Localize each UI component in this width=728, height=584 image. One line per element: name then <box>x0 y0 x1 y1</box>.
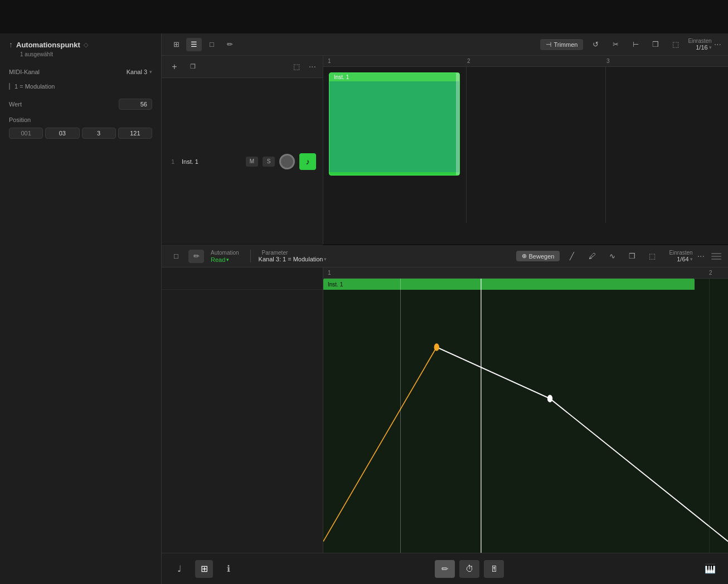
midi-channel-value[interactable]: Kanal 3 ▾ <box>127 69 152 75</box>
auto-ruler: 1 2 <box>323 267 728 279</box>
auto-curve-btn[interactable]: ∿ <box>604 250 620 263</box>
auto-copy-btn[interactable]: ⬚ <box>644 250 660 263</box>
toolbar-top: ⊞ ☰ □ ✏ ⊣ Trimmen ↺ ✂ ⊢ ❒ ⬚ Einrasten <box>162 33 728 56</box>
wert-field[interactable]: 56 <box>119 99 152 110</box>
cut-btn[interactable]: ✂ <box>608 38 623 51</box>
loop-btn[interactable]: ↺ <box>588 38 603 51</box>
track-volume-knob-1[interactable] <box>279 154 295 169</box>
einrasten-chevron: ▾ <box>709 45 712 50</box>
position-field-4[interactable]: 121 <box>118 128 152 139</box>
duplicate-btn[interactable]: ❒ <box>648 38 663 51</box>
position-field-3[interactable]: 3 <box>82 128 116 139</box>
pen-view-btn[interactable]: ✏ <box>222 38 237 51</box>
einrasten-label: Einrasten <box>688 38 711 44</box>
ruler-mark-2: 2 <box>467 56 470 64</box>
auto-mode-value[interactable]: Read ▾ <box>211 256 239 263</box>
automation-timeline: 1 2 Inst. 1 <box>323 267 728 553</box>
track-list: + ❒ ⬚ ··· 1 Inst. 1 M S ♪ <box>162 56 323 244</box>
automation-area: □ ✏ Automation Read ▾ Parameter Kanal 3:… <box>162 245 728 553</box>
copy-btn[interactable]: ⬚ <box>668 38 683 51</box>
list-view-btn[interactable]: ☰ <box>186 38 202 51</box>
svg-point-5 <box>547 395 552 402</box>
instrument-btn-1[interactable]: ♪ <box>299 153 316 170</box>
einrasten-section: Einrasten 1/16 ▾ ··· <box>688 38 721 51</box>
auto-pen-btn[interactable]: ✏ <box>188 250 204 263</box>
track-item-1: 1 Inst. 1 M S ♪ <box>162 78 323 245</box>
auto-param-section: Parameter Kanal 3: 1 = Modulation ▾ <box>250 250 327 262</box>
clip-resize-handle[interactable] <box>456 73 459 175</box>
timeline-content: Inst. 1 <box>323 67 728 223</box>
duplicate-track-btn[interactable]: ❒ <box>185 60 201 74</box>
auto-einrasten-label: Einrasten <box>669 250 692 256</box>
auto-more-btn[interactable]: ··· <box>697 251 705 261</box>
toolbar-center: ⊣ Trimmen ↺ ✂ ⊢ ❒ ⬚ <box>540 38 683 51</box>
ruler-mark-3: 3 <box>606 56 610 64</box>
piano-btn[interactable]: 🎹 <box>701 560 719 578</box>
trim2-btn[interactable]: ⊢ <box>628 38 643 51</box>
mute-btn-1[interactable]: M <box>246 157 258 167</box>
position-label: Position <box>9 116 152 123</box>
handle-icon <box>711 253 721 260</box>
einrasten-value[interactable]: 1/16 ▾ <box>696 44 711 51</box>
clip-body <box>329 81 459 172</box>
clip-label: Inst. 1 <box>329 73 459 81</box>
auto-mode-label: Automation <box>211 250 239 256</box>
position-section: Position 001 03 3 121 <box>9 116 152 139</box>
auto-einrasten-chevron: ▾ <box>690 256 693 262</box>
auto-box-btn[interactable]: □ <box>168 250 184 263</box>
box-view-btn[interactable]: □ <box>204 38 220 51</box>
bottom-bar: ♩ ⊞ ℹ ✏ ⏱ 🎚 🎹 <box>162 553 728 584</box>
track-number-1: 1 <box>168 158 177 165</box>
auto-ruler-mark-1: 1 <box>328 270 331 276</box>
timeline-area: 1 2 3 Inst. 1 <box>323 56 728 244</box>
auto-einrasten-section: Einrasten 1/64 ▾ <box>669 250 692 262</box>
wert-row: Wert 56 <box>9 99 152 110</box>
trim-btn[interactable]: ⊣ Trimmen <box>540 39 583 50</box>
inspector-title: Automationspunkt <box>16 41 80 49</box>
clock-center-btn[interactable]: ⏱ <box>459 560 479 578</box>
position-field-1[interactable]: 001 <box>9 128 43 139</box>
move-btn[interactable]: ⊕ Bewegen <box>516 251 560 261</box>
info-btn[interactable]: ℹ <box>220 560 237 578</box>
add-track-btn[interactable]: + <box>168 61 181 73</box>
svg-point-4 <box>434 344 439 351</box>
auto-mode-chevron: ▾ <box>226 257 229 262</box>
more-options-btn[interactable]: ··· <box>714 40 721 50</box>
solo-btn-1[interactable]: S <box>263 157 275 167</box>
separator-line-2 <box>466 67 467 223</box>
automation-curve-svg <box>323 279 728 553</box>
content-area: ⊞ ☰ □ ✏ ⊣ Trimmen ↺ ✂ ⊢ ❒ ⬚ Einrasten <box>162 33 728 584</box>
main-layout: ↑ Automationspunkt ◇ 1 ausgewählt MIDI-K… <box>0 33 728 584</box>
separator-line-3 <box>605 67 606 223</box>
track-name-1: Inst. 1 <box>182 158 241 165</box>
wert-label: Wert <box>9 101 22 108</box>
position-field-2[interactable]: 03 <box>45 128 79 139</box>
timeline-ruler: 1 2 3 <box>323 56 728 67</box>
track-options-btn[interactable]: ⬚ <box>289 60 304 74</box>
note-btn[interactable]: ♩ <box>171 560 188 578</box>
track-more-btn[interactable]: ··· <box>309 62 316 72</box>
svg-rect-0 <box>323 279 728 553</box>
modulation-label: 1 = Modulation <box>9 83 152 90</box>
auto-draw-btn[interactable]: ╱ <box>564 250 580 263</box>
view-mode-group: ⊞ ☰ □ ✏ <box>168 38 237 51</box>
auto-content: Inst. 1 <box>323 279 728 553</box>
trim-icon: ⊣ <box>546 41 551 48</box>
auto-einrasten-value[interactable]: 1/64 ▾ <box>677 256 692 262</box>
mixer-center-btn[interactable]: 🎚 <box>484 560 504 578</box>
grid-view-btn[interactable]: ⊞ <box>168 38 184 51</box>
automation-content: 1 2 Inst. 1 <box>162 267 728 553</box>
ruler-mark-1: 1 <box>328 56 331 64</box>
auto-mode-section: Automation Read ▾ <box>211 250 239 263</box>
back-icon: ↑ <box>9 40 13 49</box>
inspector-panel: ↑ Automationspunkt ◇ 1 ausgewählt MIDI-K… <box>0 33 162 584</box>
auto-dup-btn[interactable]: ❒ <box>624 250 640 263</box>
midi-clip-1[interactable]: Inst. 1 <box>329 72 460 176</box>
auto-paint-btn[interactable]: 🖊 <box>584 250 600 263</box>
param-value[interactable]: Kanal 3: 1 = Modulation ▾ <box>259 256 327 262</box>
auto-track-item-1 <box>162 267 323 290</box>
midi-channel-label: MIDI-Kanal <box>9 69 40 75</box>
layer-btn[interactable]: ⊞ <box>195 560 213 578</box>
pencil-center-btn[interactable]: ✏ <box>435 560 455 578</box>
center-tools: ✏ ⏱ 🎚 <box>435 560 504 578</box>
